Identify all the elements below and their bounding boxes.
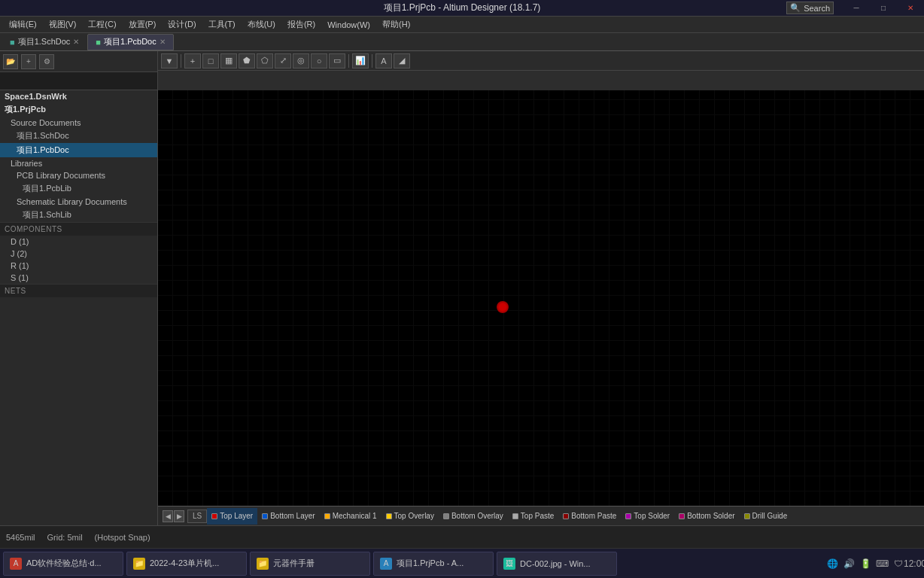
- tool-poly1[interactable]: ⬟: [239, 53, 255, 68]
- sys-icon-battery[interactable]: 🔋: [859, 558, 871, 570]
- cursor-indicator: [497, 301, 512, 316]
- layer-nav: ◀ ▶: [160, 510, 187, 522]
- menu-project[interactable]: 工程(C): [82, 17, 122, 32]
- sidebar-search-input[interactable]: [0, 72, 157, 90]
- menu-tools[interactable]: 工具(T): [202, 17, 242, 32]
- tree-source-documents[interactable]: Source Documents: [0, 117, 157, 129]
- taskbar-item-2[interactable]: 📁 元器件手册: [250, 552, 370, 576]
- tree-sch-lib-docs[interactable]: Schematic Library Documents: [0, 196, 157, 208]
- menu-edit[interactable]: 编辑(E): [3, 17, 43, 32]
- tool-circle[interactable]: ○: [311, 53, 327, 68]
- tool-rect2[interactable]: ▭: [329, 53, 345, 68]
- taskbar-icon-4: 🖼: [503, 558, 515, 570]
- tool-arrow[interactable]: ◢: [394, 53, 410, 68]
- menu-reports[interactable]: 报告(R): [281, 17, 321, 32]
- layer-bottom[interactable]: Bottom Layer: [257, 508, 319, 525]
- layer-bottom-paste[interactable]: Bottom Paste: [558, 508, 621, 525]
- layer-top-paste[interactable]: Top Paste: [508, 508, 558, 525]
- layer-bottom-overlay[interactable]: Bottom Overlay: [439, 508, 508, 525]
- layer-bottom-overlay-color: [443, 513, 449, 519]
- taskbar-item-4[interactable]: 🖼 DC-002.jpg - Win...: [497, 552, 617, 576]
- tree-libraries[interactable]: Libraries: [0, 157, 157, 169]
- minimize-button[interactable]: ─: [843, 0, 870, 17]
- sidebar-tool-add[interactable]: +: [21, 54, 36, 69]
- tool-grid[interactable]: ▦: [220, 53, 237, 68]
- tab-schdoc[interactable]: ■ 项目1.SchDoc ✕: [2, 34, 87, 50]
- right-panel: ▼ + □ ▦ ⬟ ⬠ ⤢ ◎ ○ ▭ 📊 A ◢: [158, 51, 924, 525]
- tree-pcb-lib-docs[interactable]: PCB Library Documents: [0, 169, 157, 181]
- tool-chart[interactable]: 📊: [352, 53, 369, 68]
- pcbdoc-icon: ■: [96, 38, 101, 47]
- tool-filter[interactable]: ▼: [161, 53, 178, 68]
- tree-workspace[interactable]: Space1.DsnWrk: [0, 90, 157, 102]
- taskbar-item-1[interactable]: 📁 2022-4-23单片机...: [126, 552, 247, 576]
- status-grid: Grid: 5mil: [47, 533, 83, 542]
- tree-comp-d[interactable]: D (1): [0, 236, 157, 248]
- sys-icon-volume[interactable]: 🔊: [843, 558, 855, 570]
- tree-pcbdoc[interactable]: 项目1.PcbDoc: [0, 143, 157, 157]
- schdoc-icon: ■: [10, 38, 15, 47]
- sidebar-tool-settings[interactable]: ⚙: [39, 54, 54, 69]
- tree-schlib[interactable]: 项目1.SchLib: [0, 208, 157, 222]
- taskbar-label-3: 项目1.PrjPcb - A...: [397, 558, 464, 569]
- taskbar-icon-1: 📁: [133, 558, 145, 570]
- taskbar: A AD软件经验总结·d... 📁 2022-4-23单片机... 📁 元器件手…: [0, 548, 924, 578]
- tab-pcbdoc[interactable]: ■ 项目1.PcbDoc ✕: [87, 34, 173, 50]
- tree-schdoc[interactable]: 项目1.SchDoc: [0, 129, 157, 143]
- layer-bottom-label: Bottom Layer: [270, 512, 315, 520]
- layer-prev[interactable]: ◀: [163, 510, 173, 522]
- menu-route[interactable]: 布线(U): [242, 17, 281, 32]
- content-area: 📂 + ⚙ Space1.DsnWrk 项1.PrjPcb Source Doc…: [0, 51, 924, 525]
- tab-bar: ■ 项目1.SchDoc ✕ ■ 项目1.PcbDoc ✕: [0, 33, 924, 51]
- pcb-canvas[interactable]: [158, 90, 924, 506]
- menu-window[interactable]: Window(W): [321, 19, 376, 31]
- menu-place[interactable]: 放置(P): [123, 17, 163, 32]
- sys-icon-keyboard[interactable]: ⌨: [876, 558, 888, 570]
- cursor-dot: [497, 301, 509, 313]
- tool-cross[interactable]: +: [184, 53, 201, 68]
- sys-icon-antivirus[interactable]: 🛡: [892, 558, 904, 570]
- tree-project[interactable]: 项1.PrjPcb: [0, 102, 157, 117]
- layer-top[interactable]: Top Layer: [207, 508, 257, 525]
- tool-poly2[interactable]: ⬠: [257, 53, 273, 68]
- tab-schdoc-close[interactable]: ✕: [73, 38, 79, 46]
- tab-pcbdoc-close[interactable]: ✕: [160, 38, 166, 46]
- layer-bar: ◀ ▶ LS Top Layer Bottom Layer Mechanical…: [158, 506, 924, 525]
- menu-design[interactable]: 设计(D): [162, 17, 202, 32]
- layer-mech1[interactable]: Mechanical 1: [320, 508, 381, 525]
- menu-view[interactable]: 视图(V): [43, 17, 83, 32]
- layer-ls[interactable]: LS: [187, 510, 207, 523]
- sidebar-tool-folder[interactable]: 📂: [3, 54, 18, 69]
- maximize-button[interactable]: □: [870, 0, 897, 17]
- menu-help[interactable]: 帮助(H): [376, 17, 416, 32]
- layer-drill-guide[interactable]: Drill Guide: [740, 508, 792, 525]
- status-snap: (Hotspot Snap): [95, 533, 150, 542]
- tree-comp-r[interactable]: R (1): [0, 260, 157, 272]
- layer-top-solder-color: [625, 513, 631, 519]
- tree-comp-j[interactable]: J (2): [0, 248, 157, 260]
- sidebar-toolbar: 📂 + ⚙: [0, 51, 157, 72]
- close-button[interactable]: ✕: [897, 0, 924, 17]
- canvas-background: [158, 90, 924, 506]
- taskbar-item-0[interactable]: A AD软件经验总结·d...: [3, 552, 123, 576]
- taskbar-icon-2: 📁: [257, 558, 269, 570]
- tree-pcblib[interactable]: 项目1.PcbLib: [0, 181, 157, 196]
- sys-icon-network[interactable]: 🌐: [826, 558, 838, 570]
- tree-comp-s[interactable]: S (1): [0, 272, 157, 284]
- tool-rect[interactable]: □: [202, 53, 219, 68]
- tool-text[interactable]: A: [375, 53, 392, 68]
- tool-sep-2: [348, 54, 349, 68]
- window-controls: ─ □ ✕: [843, 0, 924, 16]
- layer-bottom-solder[interactable]: Bottom Solder: [674, 508, 739, 525]
- tab-pcbdoc-label: 项目1.PcbDoc: [104, 36, 157, 47]
- search-label: Search: [804, 4, 830, 13]
- layer-top-solder[interactable]: Top Solder: [621, 508, 674, 525]
- tool-measure[interactable]: ⤢: [275, 53, 291, 68]
- layer-bottom-color: [262, 513, 268, 519]
- tab-schdoc-label: 项目1.SchDoc: [18, 36, 71, 47]
- layer-next[interactable]: ▶: [174, 510, 184, 522]
- taskbar-item-3[interactable]: A 项目1.PrjPcb - A...: [373, 552, 494, 576]
- search-area[interactable]: 🔍 Search: [786, 2, 834, 14]
- tool-target[interactable]: ◎: [293, 53, 309, 68]
- layer-top-overlay[interactable]: Top Overlay: [381, 508, 439, 525]
